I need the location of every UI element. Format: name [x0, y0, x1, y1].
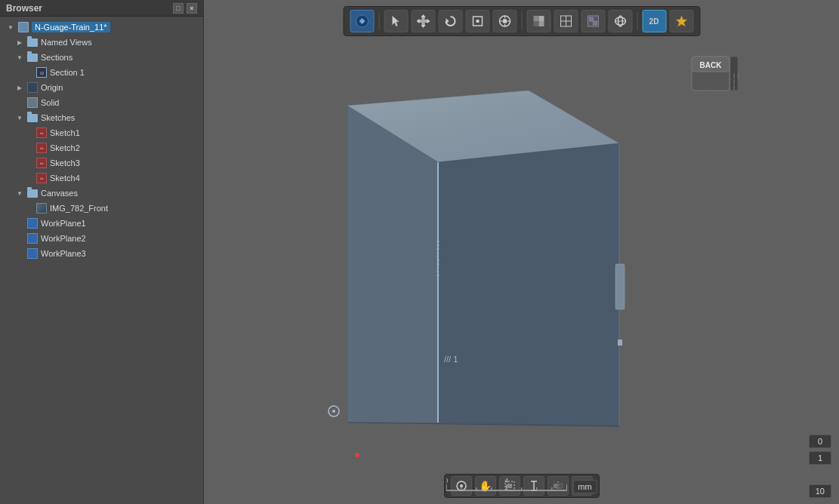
- sketch3-icon: ✏: [35, 157, 48, 169]
- workplane1-icon: [26, 217, 39, 229]
- tree-item-sketch3[interactable]: ✏ Sketch3: [0, 155, 203, 171]
- select-tool-button[interactable]: [384, 10, 408, 32]
- browser-close-button[interactable]: ×: [187, 3, 197, 14]
- svg-marker-5: [416, 19, 419, 23]
- display2-button[interactable]: [554, 10, 578, 32]
- counter-bottom[interactable]: 1: [809, 451, 831, 465]
- folder-sections-icon: [26, 51, 39, 63]
- svg-rect-36: [615, 264, 625, 309]
- tree-arrow-workplane3: [15, 249, 24, 258]
- svg-rect-17: [538, 16, 544, 21]
- origin-icon: [26, 81, 39, 94]
- counter-top[interactable]: 0: [809, 435, 831, 448]
- named-views-label: Named Views: [41, 38, 92, 47]
- tree-item-sections[interactable]: Sections: [0, 50, 203, 65]
- tree-item-sketch4[interactable]: ✏ Sketch4: [0, 171, 203, 186]
- tree-arrow-root: [6, 23, 15, 32]
- sketch2-icon: ✏: [35, 142, 48, 154]
- svg-rect-18: [533, 21, 538, 26]
- svg-marker-32: [438, 143, 619, 426]
- tree-arrow-origin: [15, 83, 24, 92]
- snap-tool-button[interactable]: [492, 10, 517, 32]
- browser-minimize-button[interactable]: □: [173, 3, 184, 14]
- move-tool-button[interactable]: [411, 10, 435, 32]
- workplane2-icon: [26, 232, 39, 244]
- sketches-label: Sketches: [41, 113, 75, 122]
- browser-panel: Browser □ × N-Guage-Train_11* Named View…: [0, 0, 204, 504]
- display4-button[interactable]: [608, 10, 632, 32]
- svg-text:|: |: [733, 84, 735, 91]
- sketch4-label: Sketch4: [50, 174, 80, 183]
- origin-label: Origin: [41, 83, 63, 92]
- tree-arrow-named-views: [15, 38, 24, 47]
- units-display[interactable]: mm: [572, 480, 597, 493]
- folder-named-views-icon: [26, 36, 39, 48]
- img782-label: IMG_782_Front: [50, 204, 108, 213]
- ruler-0-label: 0: [446, 477, 448, 484]
- origin-indicator: [355, 453, 359, 457]
- svg-rect-16: [533, 16, 538, 21]
- tree-item-workplane3[interactable]: WorkPlane3: [0, 246, 203, 261]
- tree-item-workplane2[interactable]: WorkPlane2: [0, 231, 203, 246]
- browser-title-icons: □ ×: [173, 3, 197, 14]
- tree-item-origin[interactable]: Origin: [0, 80, 203, 95]
- svg-marker-7: [446, 18, 449, 24]
- tree-arrow-workplane2: [15, 234, 24, 243]
- section1-label: Section 1: [50, 68, 85, 77]
- svg-rect-19: [538, 21, 544, 26]
- browser-title-label: Browser: [6, 3, 42, 14]
- canvases-label: Canvases: [41, 189, 78, 198]
- tree-item-root[interactable]: N-Guage-Train_11*: [0, 20, 203, 35]
- svg-marker-3: [421, 14, 425, 17]
- tree-item-section1[interactable]: ⊞ Section 1: [0, 65, 203, 80]
- scale-tool-button[interactable]: [465, 10, 489, 32]
- root-label: N-Guage-Train_11*: [32, 22, 110, 32]
- workplane1-label: WorkPlane1: [41, 219, 86, 228]
- workplane2-label: WorkPlane2: [41, 234, 86, 243]
- svg-point-42: [332, 410, 335, 413]
- document-icon: [17, 21, 29, 33]
- zoom-value[interactable]: 10: [809, 484, 831, 498]
- rotate-tool-button[interactable]: [438, 10, 462, 32]
- browser-title-bar: Browser □ ×: [0, 0, 203, 17]
- tree-item-sketch2[interactable]: ✏ Sketch2: [0, 140, 203, 155]
- sketch2-label: Sketch2: [50, 143, 80, 152]
- svg-marker-29: [676, 16, 686, 26]
- inspect-button[interactable]: [669, 10, 693, 32]
- svg-rect-2: [418, 20, 428, 23]
- sketch3-label: Sketch3: [50, 158, 80, 167]
- svg-text:/// 1: /// 1: [444, 355, 458, 364]
- 2d-mode-button[interactable]: 2D: [642, 10, 666, 32]
- tree-item-img782[interactable]: IMG_782_Front: [0, 201, 203, 216]
- tree-arrow-workplane1: [15, 219, 24, 228]
- tree-item-solid[interactable]: Solid: [0, 95, 203, 110]
- view-cube-face-label: BACK: [700, 61, 723, 69]
- sketch1-icon: ✏: [35, 127, 48, 139]
- view-cube[interactable]: BACK ||| | | |: [688, 45, 741, 98]
- counter-area: 0 1: [809, 435, 831, 465]
- display3-button[interactable]: [581, 10, 605, 32]
- svg-marker-6: [427, 19, 430, 23]
- tree-arrow-sketch4: [24, 174, 33, 183]
- scale-ruler-area: 0 4 mm: [446, 475, 597, 498]
- sketch1-label: Sketch1: [50, 128, 80, 137]
- 2d-label: 2D: [649, 17, 659, 26]
- tree-item-sketches[interactable]: Sketches: [0, 110, 203, 125]
- ruler-4-label: 4: [504, 477, 508, 484]
- main-viewport[interactable]: 2D /// 1 /// 2: [204, 0, 839, 504]
- tree-arrow-sketch1: [24, 128, 33, 137]
- app-menu-button[interactable]: [350, 10, 374, 32]
- sections-label: Sections: [41, 53, 72, 62]
- tree-item-named-views[interactable]: Named Views: [0, 35, 203, 50]
- tree-arrow-sketch3: [24, 158, 33, 167]
- tree-item-workplane1[interactable]: WorkPlane1: [0, 216, 203, 231]
- svg-rect-37: [618, 340, 622, 346]
- 3d-model: /// 1 /// 2: [249, 38, 702, 475]
- tree-container: N-Guage-Train_11* Named Views Sections ⊞: [0, 17, 203, 504]
- display1-button[interactable]: [526, 10, 551, 32]
- solid-icon: [26, 97, 39, 109]
- tree-item-canvases[interactable]: Canvases: [0, 186, 203, 201]
- tree-arrow-sketch2: [24, 143, 33, 152]
- tree-arrow-img782: [24, 204, 33, 213]
- tree-item-sketch1[interactable]: ✏ Sketch1: [0, 125, 203, 140]
